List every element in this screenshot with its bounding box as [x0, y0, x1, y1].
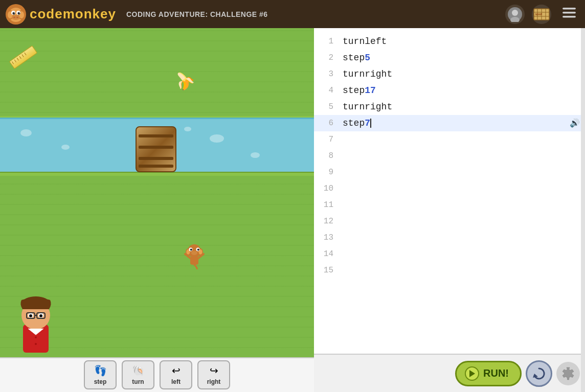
code-line-9[interactable]: 9 — [314, 164, 585, 180]
code-keyword: step — [343, 118, 365, 128]
svg-point-16 — [512, 10, 518, 16]
run-button[interactable]: RUN! — [455, 361, 522, 386]
code-line-6[interactable]: 6step 7🔊 — [314, 115, 585, 131]
line-number: 14 — [319, 249, 333, 259]
code-keyword: step — [343, 85, 365, 96]
left-block-label: left — [171, 378, 181, 385]
main-area: 🍌 — [0, 28, 585, 392]
sound-icon[interactable]: 🔊 — [570, 118, 580, 128]
code-line-2[interactable]: 2step 5 — [314, 50, 585, 66]
code-line-7[interactable]: 7 — [314, 131, 585, 148]
menu-button[interactable] — [558, 6, 580, 23]
avatar-icon — [507, 7, 523, 22]
line-number: 3 — [319, 70, 333, 79]
step-block-button[interactable]: 👣 step — [84, 360, 117, 389]
step-block-label: step — [94, 378, 107, 385]
gear-icon — [560, 366, 576, 381]
svg-point-41 — [29, 314, 32, 317]
barrel-ring — [139, 146, 173, 149]
code-keyword: turn — [343, 36, 365, 47]
code-line-13[interactable]: 13 — [314, 229, 585, 246]
avatar-button[interactable] — [505, 5, 525, 24]
code-line-12[interactable]: 12 — [314, 213, 585, 229]
line-number: 11 — [319, 200, 333, 210]
code-line-11[interactable]: 11 — [314, 197, 585, 213]
right-block-button[interactable]: ↪ right — [197, 360, 230, 389]
line-number: 7 — [319, 135, 333, 144]
run-label: RUN! — [483, 367, 509, 379]
svg-point-11 — [14, 12, 15, 13]
turn-block-button[interactable]: 🐚 turn — [122, 360, 154, 389]
code-arg: right — [365, 69, 392, 79]
code-line-3[interactable]: 3turn right — [314, 66, 585, 82]
code-arg: 17 — [365, 85, 376, 96]
code-keyword: turn — [343, 102, 365, 112]
text-cursor — [370, 119, 371, 128]
code-line-5[interactable]: 5turn right — [314, 99, 585, 115]
settings-button[interactable] — [556, 362, 580, 385]
line-number: 13 — [319, 233, 333, 242]
svg-rect-33 — [190, 257, 198, 265]
monkey-sprite — [183, 243, 206, 269]
code-blocks-bar: 👣 step 🐚 turn ↩ left ↪ right — [0, 357, 314, 392]
play-triangle — [468, 370, 476, 378]
barrel-body — [136, 126, 176, 172]
line-number: 4 — [319, 86, 333, 95]
svg-point-31 — [197, 249, 199, 251]
river-bubble — [61, 145, 70, 150]
map-button[interactable]: MAP — [532, 5, 551, 24]
svg-rect-20 — [562, 8, 576, 10]
code-line-1[interactable]: 1turn left — [314, 33, 585, 50]
refresh-button[interactable] — [526, 360, 552, 387]
step-block-icon: 👣 — [94, 364, 107, 377]
code-line-10[interactable]: 10 — [314, 180, 585, 197]
hamburger-icon — [562, 8, 576, 18]
svg-point-42 — [39, 314, 42, 317]
game-left: 🍌 — [0, 28, 314, 392]
barrel-ring — [139, 157, 173, 160]
turn-block-icon: 🐚 — [132, 364, 145, 377]
river-bubble — [251, 152, 260, 158]
professor-character — [10, 289, 61, 357]
river-bubble — [210, 134, 224, 143]
professor-sprite — [10, 289, 61, 355]
svg-point-47 — [35, 343, 37, 345]
svg-point-9 — [13, 12, 15, 14]
barrel-ring — [139, 134, 173, 137]
scrollbar-track[interactable] — [581, 28, 585, 392]
line-number: 9 — [319, 168, 333, 177]
line-number: 10 — [319, 184, 333, 193]
logo-icon — [5, 4, 27, 25]
line-number: 2 — [319, 53, 333, 62]
left-block-button[interactable]: ↩ left — [160, 360, 192, 389]
line-number: 8 — [319, 151, 333, 160]
line-number: 5 — [319, 102, 333, 111]
monkey-player — [183, 243, 206, 274]
code-arg: right — [365, 102, 392, 112]
svg-text:MAP: MAP — [535, 13, 542, 16]
svg-marker-49 — [533, 374, 538, 378]
right-block-label: right — [207, 378, 221, 385]
code-line-4[interactable]: 4step 17 — [314, 82, 585, 99]
refresh-icon — [532, 366, 546, 381]
code-line-8[interactable]: 8 — [314, 148, 585, 164]
header-icons: MAP — [505, 5, 580, 24]
line-number: 1 — [319, 37, 333, 46]
header: codemonkey CODING ADVENTURE: CHALLENGE #… — [0, 0, 585, 28]
code-arg: 7 — [365, 118, 370, 128]
code-line-15[interactable]: 15 — [314, 262, 585, 279]
logo-area: codemonkey — [5, 4, 116, 25]
svg-point-32 — [191, 251, 197, 255]
barrel-obstacle — [136, 126, 176, 175]
svg-rect-22 — [562, 16, 576, 18]
river-bubble — [184, 127, 191, 131]
code-arg: 5 — [365, 53, 370, 63]
left-block-icon: ↩ — [172, 364, 181, 377]
code-line-14[interactable]: 14 — [314, 246, 585, 262]
barrel-ring — [139, 165, 173, 168]
code-arg: left — [365, 36, 387, 47]
line-number: 12 — [319, 217, 333, 226]
svg-point-12 — [19, 12, 20, 13]
code-editor[interactable]: 1turn left2step 53turn right4step 175tur… — [314, 28, 585, 354]
bottom-bar: RUN! — [314, 354, 585, 392]
